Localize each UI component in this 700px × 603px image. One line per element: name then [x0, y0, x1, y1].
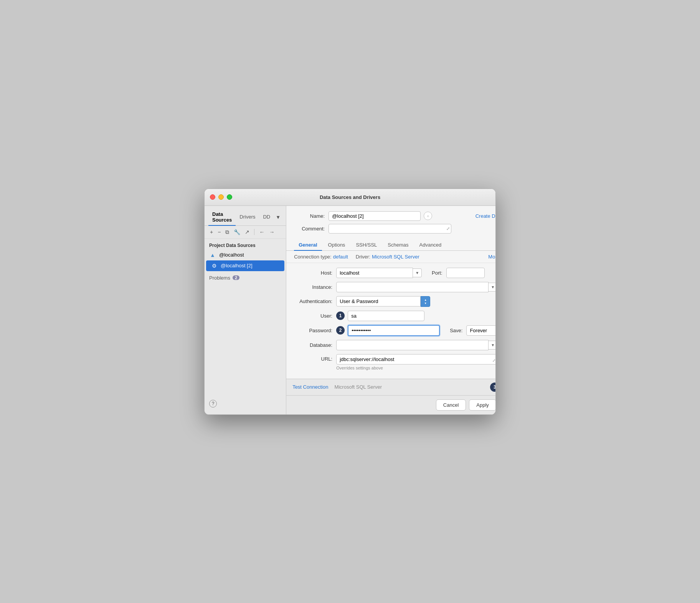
tab-general[interactable]: General [294, 240, 322, 251]
comment-label: Comment: [294, 226, 325, 232]
password-label: Password: [294, 328, 332, 333]
main-panel: Name: ○ Create DDL Mapping Comment: ⤢ [286, 206, 496, 414]
url-note: Overrides settings above [336, 366, 496, 370]
host-input[interactable] [336, 268, 413, 278]
password-input[interactable] [348, 325, 440, 336]
sidebar-tab-bar: Data Sources Drivers DD ▼ [205, 206, 286, 226]
url-value: jdbc:sqlserver://localhost [340, 356, 394, 362]
footer-right: 3 4 ↺ [490, 382, 496, 392]
wrench-button[interactable]: 🔧 [232, 228, 242, 236]
sidebar-toolbar: + − ⧉ 🔧 ↗ ← → [205, 226, 286, 239]
instance-label: Instance: [294, 284, 332, 290]
form-body: Host: ▼ Port: Instance: ▼ [286, 263, 496, 379]
test-connection-link[interactable]: Test Connection [292, 384, 328, 390]
sidebar-item-label: @localhost [219, 252, 244, 258]
password-row: Password: 2 Save: Forever ▲ [294, 325, 496, 336]
problems-section[interactable]: Problems 2 [205, 271, 286, 282]
host-input-wrap: ▼ [336, 268, 422, 278]
name-row: Name: ○ Create DDL Mapping [294, 211, 496, 221]
step-3-badge: 3 [490, 383, 496, 392]
user-input[interactable] [348, 311, 424, 321]
window-title: Data Sources and Drivers [320, 194, 380, 200]
panel-footer: Test Connection Microsoft SQL Server 3 4… [286, 379, 496, 395]
localhost-icon: ▲ [209, 252, 216, 258]
step-1-badge: 1 [336, 311, 345, 320]
maximize-button[interactable] [227, 194, 232, 200]
sidebar-bottom: ? [205, 397, 286, 411]
connection-bar: Connection type: default Driver: Microso… [286, 251, 496, 263]
instance-input-wrap: ▼ [336, 282, 496, 292]
auth-stepper[interactable]: ▲ ▼ [421, 296, 430, 307]
comment-input[interactable] [329, 224, 451, 234]
tab-drivers[interactable]: Drivers [236, 212, 259, 223]
localhost2-icon: ⚙ [211, 262, 218, 269]
instance-dropdown-btn[interactable]: ▼ [489, 283, 496, 292]
url-label: URL: [294, 354, 332, 362]
database-row: Database: ▼ [294, 340, 496, 350]
tab-data-sources[interactable]: Data Sources [208, 209, 236, 226]
auth-select[interactable]: User & Password [336, 296, 421, 306]
footer-driver-name: Microsoft SQL Server [334, 384, 382, 390]
apply-button[interactable]: Apply [469, 399, 496, 411]
step-2-badge: 2 [336, 326, 345, 335]
tab-options[interactable]: Options [324, 240, 350, 251]
help-button[interactable]: ? [209, 400, 217, 408]
create-ddl-link[interactable]: Create DDL Mapping [475, 213, 496, 219]
instance-row: Instance: ▼ [294, 282, 496, 292]
name-input[interactable] [329, 211, 421, 221]
save-label: Save: [450, 328, 462, 333]
database-input[interactable] [336, 340, 489, 350]
driver-value[interactable]: Microsoft SQL Server [372, 254, 419, 260]
add-button[interactable]: + [208, 228, 215, 236]
more-options-btn[interactable]: More Options ▼ [488, 254, 496, 260]
port-label: Port: [432, 270, 442, 276]
conn-type-label: Connection type: [294, 254, 332, 260]
user-wrap: 1 [336, 311, 424, 321]
name-input-wrap: ○ [329, 211, 472, 221]
url-expand-icon[interactable]: ⤢ [492, 358, 495, 363]
forward-button[interactable]: → [267, 228, 276, 236]
expand-icon[interactable]: ⤢ [446, 226, 450, 231]
traffic-lights [210, 194, 232, 200]
user-row: User: 1 [294, 311, 496, 321]
url-input-box: jdbc:sqlserver://localhost ⤢ [336, 354, 496, 364]
main-content: Data Sources Drivers DD ▼ + − ⧉ 🔧 ↗ [205, 206, 495, 414]
copy-button[interactable]: ⧉ [224, 228, 231, 236]
database-input-wrap: ▼ [336, 340, 496, 350]
comment-input-wrap: ⤢ [329, 224, 451, 234]
separator [254, 229, 254, 235]
action-bar: Cancel Apply OK [286, 395, 496, 414]
host-dropdown-btn[interactable]: ▼ [413, 268, 422, 277]
cancel-button[interactable]: Cancel [436, 399, 466, 411]
panel-tabs: General Options SSH/SSL Schemas Advanced [286, 240, 496, 251]
comment-row: Comment: ⤢ [294, 224, 496, 234]
database-label: Database: [294, 342, 332, 348]
name-circle-btn[interactable]: ○ [424, 212, 432, 220]
sidebar-item-localhost-2[interactable]: ⚙ @localhost [2] [206, 260, 284, 271]
close-button[interactable] [210, 194, 215, 200]
name-label: Name: [294, 213, 325, 219]
driver-label: Driver: [356, 254, 370, 260]
project-data-sources-label: Project Data Sources [205, 239, 286, 250]
sidebar-item-localhost[interactable]: ▲ @localhost [205, 250, 286, 260]
minimize-button[interactable] [218, 194, 224, 200]
tab-ssh-ssl[interactable]: SSH/SSL [351, 240, 381, 251]
chevron-down-icon: ▼ [276, 214, 281, 220]
url-input-wrap: jdbc:sqlserver://localhost ⤢ Overrides s… [336, 354, 496, 370]
problems-badge: 2 [233, 275, 239, 280]
remove-button[interactable]: − [216, 228, 222, 236]
instance-input[interactable] [336, 282, 489, 292]
export-button[interactable]: ↗ [243, 228, 251, 236]
tab-dd[interactable]: DD [259, 212, 274, 223]
conn-type-value[interactable]: default [333, 254, 348, 260]
form-header: Name: ○ Create DDL Mapping Comment: ⤢ [286, 206, 496, 240]
tab-schemas[interactable]: Schemas [383, 240, 413, 251]
database-dropdown-btn[interactable]: ▼ [489, 341, 496, 350]
sidebar-tab-more[interactable]: ▼ [274, 213, 282, 222]
tab-advanced[interactable]: Advanced [415, 240, 446, 251]
save-select[interactable]: Forever [466, 325, 496, 336]
back-button[interactable]: ← [258, 228, 266, 236]
port-input[interactable] [446, 268, 485, 278]
host-label: Host: [294, 270, 332, 276]
host-row: Host: ▼ Port: [294, 268, 496, 278]
